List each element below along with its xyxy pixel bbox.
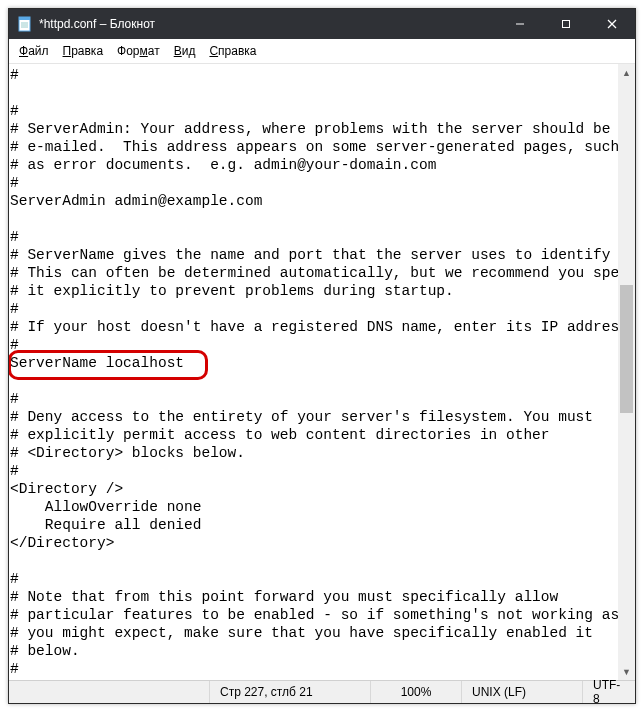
scroll-down-icon[interactable]: ▼ (618, 663, 635, 680)
scroll-thumb[interactable] (620, 285, 633, 413)
status-position: Стр 227, стлб 21 (209, 681, 370, 703)
menu-view[interactable]: Вид (168, 43, 202, 59)
menu-edit[interactable]: Правка (57, 43, 110, 59)
status-empty (9, 681, 209, 703)
statusbar: Стр 227, стлб 21 100% UNIX (LF) UTF-8 (9, 680, 635, 703)
status-zoom: 100% (370, 681, 461, 703)
svg-rect-1 (19, 17, 30, 20)
notepad-window: *httpd.conf – Блокнот Файл Правка Формат… (8, 8, 636, 704)
scroll-track[interactable] (618, 81, 635, 663)
vertical-scrollbar[interactable]: ▲ ▼ (618, 64, 635, 680)
menu-file[interactable]: Файл (13, 43, 55, 59)
menubar: Файл Правка Формат Вид Справка (9, 39, 635, 64)
status-encoding: UTF-8 (582, 681, 635, 703)
svg-rect-6 (563, 21, 570, 28)
titlebar[interactable]: *httpd.conf – Блокнот (9, 9, 635, 39)
text-editor[interactable]: # # # ServerAdmin: Your address, where p… (9, 64, 618, 680)
menu-help[interactable]: Справка (203, 43, 262, 59)
notepad-icon (17, 16, 33, 32)
minimize-button[interactable] (497, 9, 543, 39)
window-title: *httpd.conf – Блокнот (39, 17, 155, 31)
editor-area: # # # ServerAdmin: Your address, where p… (9, 64, 635, 680)
maximize-button[interactable] (543, 9, 589, 39)
close-button[interactable] (589, 9, 635, 39)
status-eol: UNIX (LF) (461, 681, 582, 703)
scroll-up-icon[interactable]: ▲ (618, 64, 635, 81)
menu-format[interactable]: Формат (111, 43, 166, 59)
